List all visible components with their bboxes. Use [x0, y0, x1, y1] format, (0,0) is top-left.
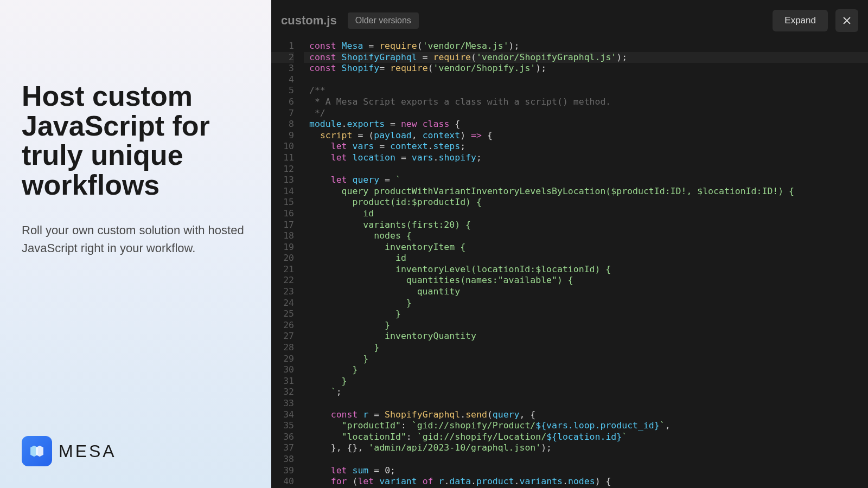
logo-text: MESA	[59, 441, 117, 461]
code-area[interactable]: 1234567891011121314151617181920212223242…	[271, 41, 868, 488]
close-icon	[842, 16, 852, 25]
logo: MESA	[22, 436, 117, 466]
description: Roll your own custom solution with hoste…	[22, 221, 244, 257]
marketing-sidebar: Host custom JavaScript for truly unique …	[0, 0, 271, 488]
older-versions-button[interactable]: Older versions	[348, 12, 419, 29]
expand-button[interactable]: Expand	[773, 10, 828, 31]
code-editor-panel: custom.js Older versions Expand 12345678…	[271, 0, 868, 488]
line-number-gutter: 1234567891011121314151617181920212223242…	[271, 41, 304, 488]
code-content[interactable]: const Mesa = require('vendor/Mesa.js');c…	[304, 41, 868, 488]
headline: Host custom JavaScript for truly unique …	[22, 81, 244, 200]
close-button[interactable]	[835, 9, 858, 32]
filename: custom.js	[281, 14, 337, 28]
editor-header: custom.js Older versions Expand	[271, 0, 868, 41]
mesa-logo-icon	[22, 436, 52, 466]
